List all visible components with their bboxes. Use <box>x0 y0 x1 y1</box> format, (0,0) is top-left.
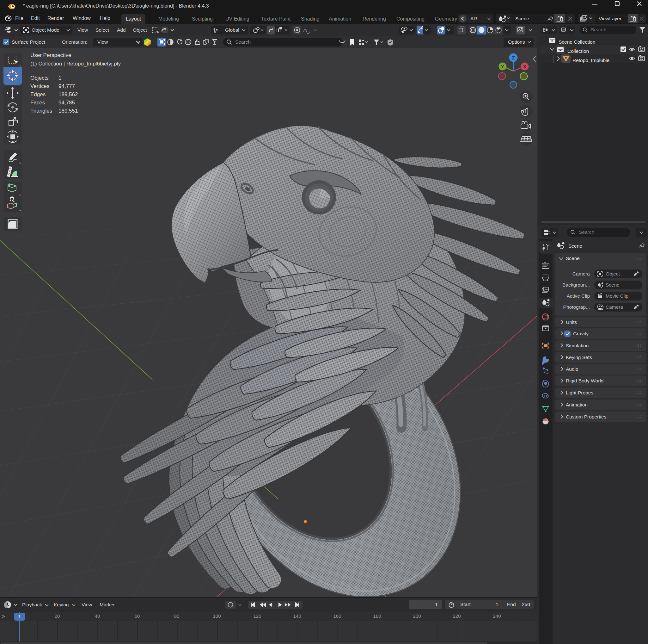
svg-text:Z: Z <box>512 55 515 60</box>
svg-text:Collection: Collection <box>568 48 589 54</box>
svg-text:Scene Collection: Scene Collection <box>558 39 595 45</box>
svg-text:Y: Y <box>501 64 504 69</box>
svg-text:Retopo_tmpl6bie: Retopo_tmpl6bie <box>573 58 609 63</box>
svg-text:X: X <box>523 64 526 69</box>
svg-text:Scene: Scene <box>569 243 582 249</box>
